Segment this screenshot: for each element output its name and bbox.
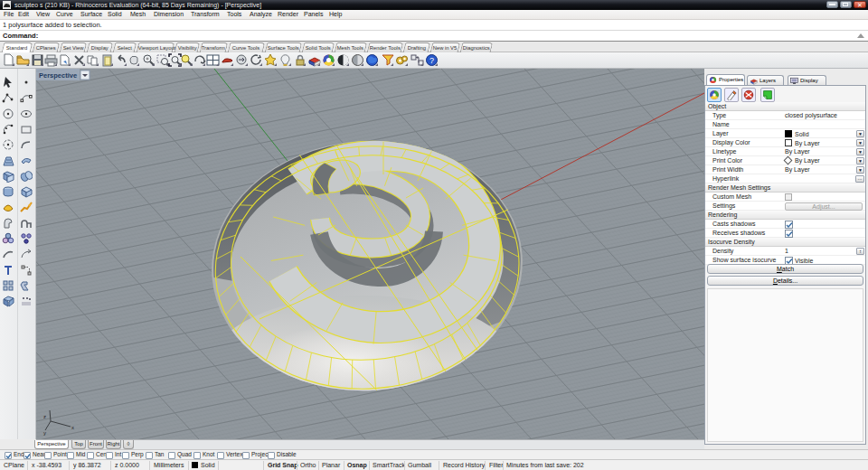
svg-text:x: x	[71, 425, 74, 430]
svg-text:?: ?	[429, 56, 434, 65]
svg-text:z: z	[43, 414, 46, 419]
svg-text:Perspective: Perspective	[39, 71, 77, 80]
svg-text:y: y	[43, 430, 46, 436]
